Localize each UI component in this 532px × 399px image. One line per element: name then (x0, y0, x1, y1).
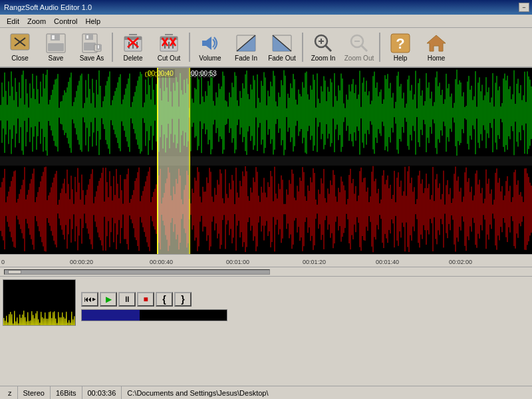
svg-rect-10 (86, 35, 88, 39)
fade-in-button[interactable]: Fade In (229, 30, 263, 65)
toolbar-separator-2 (189, 33, 190, 62)
stop-icon: ■ (143, 295, 148, 304)
scrollbar-area (0, 267, 532, 277)
bracket-open-icon: { (162, 294, 166, 305)
toolbar-separator-1 (112, 33, 113, 62)
pause-button[interactable]: ⏸ (118, 292, 136, 307)
play-icon: ▶ (106, 295, 112, 304)
cut-out-label: Cut Out (158, 55, 180, 62)
playback-progress-bar (81, 309, 227, 321)
status-samplerate: z (3, 386, 18, 399)
bracket-open-button[interactable]: { (156, 292, 173, 307)
fade-out-icon (271, 33, 293, 54)
help-icon: ? (390, 33, 411, 54)
save-as-label: Save As (80, 55, 104, 62)
volume-label: Volume (199, 55, 221, 62)
svg-line-40 (326, 46, 332, 52)
playback-progress-fill (82, 310, 140, 321)
play-button[interactable]: ▶ (100, 292, 117, 307)
menu-control[interactable]: Control (50, 16, 81, 27)
pause-icon: ⏸ (123, 295, 131, 304)
waveform-display[interactable]: 00:00:40 00:00:53 (0, 68, 532, 254)
cut-out-icon (158, 33, 180, 54)
save-icon (45, 33, 66, 54)
selection-end-time: 00:00:53 (190, 69, 218, 78)
svg-rect-5 (48, 43, 64, 51)
status-duration: 00:03:36 (82, 386, 122, 399)
title-bar: RangzSoft Audio Editor 1.0 − (0, 0, 532, 15)
svg-rect-6 (52, 35, 55, 39)
status-channels: Stereo (18, 386, 51, 399)
close-label: Close (11, 55, 29, 62)
svg-line-44 (362, 46, 368, 52)
time-mark-40: 00:00:40 (150, 259, 173, 265)
menu-edit[interactable]: Edit (3, 16, 23, 27)
time-mark-100: 00:01:40 (376, 259, 399, 265)
transport-area: ⏮▶ ▶ ⏸ ■ { } (81, 279, 227, 334)
save-label: Save (49, 55, 64, 62)
zoom-out-icon (348, 33, 370, 54)
svg-rect-8 (85, 34, 93, 40)
status-filepath: C:\Documents and Settings\Jesus\Desktop\ (122, 386, 529, 399)
time-mark-20: 00:00:20 (70, 259, 93, 265)
svg-text:?: ? (396, 35, 404, 52)
title-text: RangzSoft Audio Editor 1.0 (4, 3, 92, 11)
bracket-close-icon: } (181, 294, 184, 305)
toolbar: Close Save Save As (0, 28, 532, 68)
svg-rect-13 (98, 45, 99, 49)
time-mark-120: 00:02:00 (449, 259, 472, 265)
volume-button[interactable]: Volume (193, 30, 227, 65)
zoom-in-button[interactable]: Zoom In (306, 30, 340, 65)
time-mark-80: 00:01:20 (303, 259, 326, 265)
save-button[interactable]: Save (39, 30, 73, 65)
menu-zoom[interactable]: Zoom (23, 16, 50, 27)
minimize-button[interactable]: − (519, 3, 529, 12)
status-bitdepth: 16Bits (51, 386, 82, 399)
close-icon (9, 33, 31, 54)
home-label: Home (428, 55, 446, 62)
transport-buttons: ⏮▶ ▶ ⏸ ■ { } (81, 292, 227, 307)
time-mark-0: 0 (1, 259, 5, 265)
save-as-button[interactable]: Save As (74, 30, 109, 65)
fade-in-label: Fade In (235, 55, 257, 62)
fade-in-icon (235, 33, 257, 54)
help-label: Help (394, 55, 408, 62)
fade-out-button[interactable]: Fade Out (265, 30, 299, 65)
bottom-panel: ⏮▶ ▶ ⏸ ■ { } (0, 277, 532, 336)
mini-canvas (3, 280, 76, 326)
svg-marker-48 (427, 35, 446, 51)
svg-marker-32 (202, 37, 211, 50)
close-button[interactable]: Close (3, 30, 37, 65)
svg-rect-9 (84, 43, 96, 51)
menu-help[interactable]: Help (82, 16, 105, 27)
play-from-start-icon: ⏮▶ (84, 295, 96, 304)
zoom-out-button[interactable]: Zoom Out (342, 30, 376, 65)
timeline-ruler: 0 00:00:20 00:00:40 00:01:00 00:01:20 00… (0, 254, 532, 267)
fade-out-label: Fade Out (268, 55, 296, 62)
scrollbar-thumb[interactable] (8, 270, 21, 274)
save-as-icon (81, 33, 102, 54)
selection-start-time: 00:00:40 (146, 69, 175, 78)
zoom-in-icon (313, 33, 334, 54)
zoom-out-label: Zoom Out (344, 55, 374, 62)
time-mark-60: 00:01:00 (226, 259, 249, 265)
toolbar-separator-4 (379, 33, 380, 62)
delete-button[interactable]: Delete (116, 30, 150, 65)
status-bar: z Stereo 16Bits 00:03:36 C:\Documents an… (0, 386, 532, 399)
home-icon (426, 33, 447, 54)
toolbar-separator-3 (302, 33, 303, 62)
stop-button[interactable]: ■ (137, 292, 154, 307)
svg-rect-15 (124, 37, 142, 40)
bracket-close-button[interactable]: } (174, 292, 192, 307)
waveform-canvas (0, 68, 532, 254)
play-from-start-button[interactable]: ⏮▶ (81, 292, 98, 307)
scrollbar-track[interactable] (4, 269, 270, 275)
title-controls: − (519, 3, 529, 12)
zoom-in-label: Zoom In (311, 55, 336, 62)
help-button[interactable]: ? Help (383, 30, 418, 65)
volume-icon (200, 33, 221, 54)
mini-waveform-preview (3, 279, 76, 326)
menu-bar: Edit Zoom Control Help (0, 15, 532, 28)
cut-out-button[interactable]: Cut Out (152, 30, 186, 65)
home-button[interactable]: Home (419, 30, 454, 65)
